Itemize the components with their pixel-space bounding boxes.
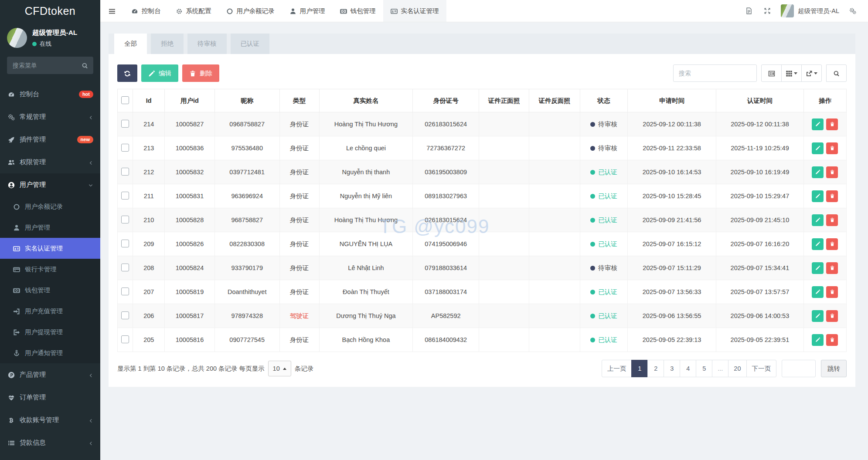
table-row: 205100058160907727545身份证Bạch Hồng Khoa08… [118, 328, 847, 352]
row-checkbox[interactable] [121, 216, 129, 223]
sidebar-item[interactable]: 贷款信息 [0, 431, 100, 454]
page-button-2[interactable]: 2 [647, 360, 664, 377]
row-edit-button[interactable] [812, 214, 824, 226]
select-all-checkbox[interactable] [121, 96, 129, 104]
sidebar-item[interactable]: 用户管理 [0, 173, 100, 196]
topbar-user-name[interactable]: 超级管理员-AL [798, 7, 839, 15]
cell-verify-time: 2025-09-06 14:00:53 [716, 304, 803, 328]
signin-icon [13, 307, 20, 315]
row-edit-button[interactable] [812, 286, 824, 298]
cell-id-number: 086184009432 [413, 328, 479, 352]
fullscreen-icon[interactable] [758, 0, 776, 22]
page-button-4[interactable]: 4 [680, 360, 696, 377]
page-size-select[interactable]: 10 [268, 361, 291, 376]
row-checkbox[interactable] [121, 192, 129, 200]
table-search-input[interactable] [673, 64, 757, 82]
settings-cogs-icon[interactable] [844, 0, 862, 22]
row-delete-button[interactable] [826, 166, 838, 178]
edit-button[interactable]: 编辑 [141, 64, 178, 82]
sidebar-item[interactable]: 产品管理 [0, 363, 100, 386]
topnav-item-active[interactable]: 实名认证管理 [383, 0, 446, 22]
page-button-下一页[interactable]: 下一页 [746, 360, 777, 377]
detail-button[interactable] [761, 64, 782, 82]
topnav-item[interactable]: 用户管理 [282, 0, 333, 22]
tab-已认证[interactable]: 已认证 [231, 34, 270, 54]
sidebar-item[interactable]: 常规管理 [0, 105, 100, 128]
row-edit-button[interactable] [812, 310, 824, 322]
sidebar-subitem[interactable]: 用户管理 [0, 217, 100, 238]
tab-全部[interactable]: 全部 [114, 34, 147, 54]
row-edit-button[interactable] [812, 142, 824, 154]
sidebar-subitem[interactable]: 钱包管理 [0, 280, 100, 301]
topbar-avatar[interactable] [781, 4, 794, 17]
sidebar-subitem-active[interactable]: 实名认证管理 [0, 238, 100, 259]
toolbar-right [673, 64, 847, 82]
anchor-icon [13, 349, 20, 356]
page-button-5[interactable]: 5 [696, 360, 712, 377]
row-checkbox[interactable] [121, 168, 129, 176]
topnav-item[interactable]: 用户余额记录 [219, 0, 282, 22]
row-checkbox[interactable] [121, 288, 129, 295]
row-edit-button[interactable] [812, 166, 824, 178]
sidebar-subitem[interactable]: 用户余额记录 [0, 196, 100, 217]
row-edit-button[interactable] [812, 334, 824, 346]
jump-button[interactable]: 跳转 [821, 360, 847, 377]
topnav-item[interactable]: 钱包管理 [333, 0, 383, 22]
row-delete-button[interactable] [826, 214, 838, 226]
search-button[interactable] [826, 64, 847, 82]
delete-button[interactable]: 删除 [182, 64, 219, 82]
page-button-上一页[interactable]: 上一页 [602, 360, 632, 377]
cell-type: 身份证 [279, 208, 319, 232]
grid-button[interactable] [781, 64, 802, 82]
sidebar-search-input[interactable] [7, 57, 93, 74]
sidebar-subitem[interactable]: 用户通知管理 [0, 342, 100, 363]
row-checkbox[interactable] [121, 240, 129, 247]
cell-id-number: 089183027963 [413, 184, 479, 208]
row-delete-button[interactable] [826, 190, 838, 202]
row-edit-button[interactable] [812, 118, 824, 130]
row-checkbox[interactable] [121, 311, 129, 319]
row-delete-button[interactable] [826, 334, 838, 346]
row-edit-button[interactable] [812, 238, 824, 250]
row-delete-button[interactable] [826, 238, 838, 250]
tab-待审核[interactable]: 待审核 [187, 34, 227, 54]
sidebar-item[interactable]: 权限管理 [0, 151, 100, 173]
row-delete-button[interactable] [826, 286, 838, 298]
row-checkbox[interactable] [121, 120, 129, 128]
column-header: 操作 [803, 89, 846, 112]
row-edit-button[interactable] [812, 262, 824, 274]
page-button-20[interactable]: 20 [728, 360, 746, 377]
row-checkbox[interactable] [121, 264, 129, 271]
cell-uid: 10005824 [165, 256, 215, 280]
export-button[interactable] [801, 64, 822, 82]
refresh-button[interactable] [117, 64, 137, 82]
row-checkbox[interactable] [121, 335, 129, 343]
sidebar-subitem[interactable]: 用户提现管理 [0, 321, 100, 342]
sidebar-item[interactable]: 订单管理 [0, 386, 100, 409]
cell-status: 已认证 [580, 184, 628, 208]
search-icon[interactable] [82, 61, 89, 69]
row-edit-button[interactable] [812, 190, 824, 202]
document-icon[interactable] [740, 0, 758, 22]
page-button-3[interactable]: 3 [664, 360, 680, 377]
topnav-item[interactable]: 系统配置 [168, 0, 219, 22]
row-checkbox[interactable] [121, 144, 129, 152]
cell-id-front-photo [479, 112, 529, 136]
cell-nickname: 963696924 [214, 184, 279, 208]
sidebar-subitem[interactable]: 用户充值管理 [0, 301, 100, 321]
sidebar-item[interactable]: 收款账号管理 [0, 409, 100, 431]
sidebar-item[interactable]: 插件管理new [0, 128, 100, 151]
cell-status: 已认证 [580, 232, 628, 256]
page-button-1[interactable]: 1 [631, 360, 648, 377]
jump-page-input[interactable] [782, 360, 816, 377]
cell-nickname: 0907727545 [214, 328, 279, 352]
row-delete-button[interactable] [826, 262, 838, 274]
row-delete-button[interactable] [826, 142, 838, 154]
sidebar-subitem[interactable]: 银行卡管理 [0, 259, 100, 280]
sidebar-item[interactable]: 控制台hot [0, 83, 100, 105]
topnav-item[interactable]: 控制台 [124, 0, 168, 22]
row-delete-button[interactable] [826, 118, 838, 130]
row-delete-button[interactable] [826, 310, 838, 322]
sidebar-toggle-button[interactable] [100, 0, 124, 22]
tab-拒绝[interactable]: 拒绝 [151, 34, 184, 54]
